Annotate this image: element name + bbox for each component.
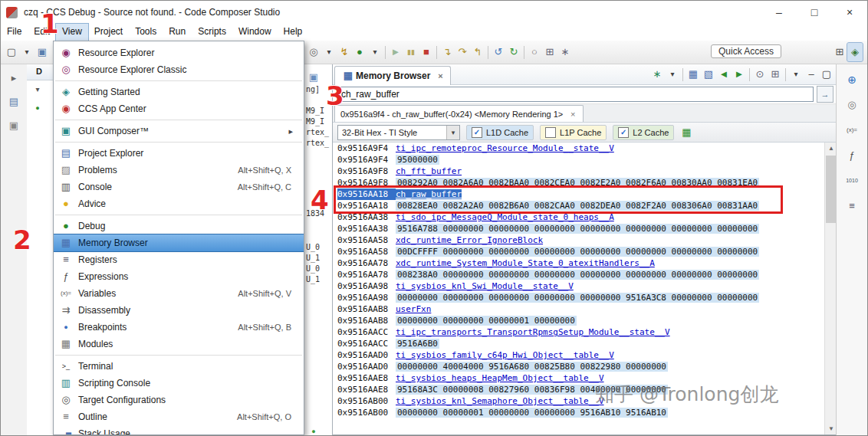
project-panel-icon[interactable]: ▤: [6, 93, 21, 111]
memory-row[interactable]: 0x9516AA1800828EA0 0082A2A0 0082B6A0 008…: [333, 200, 825, 211]
step-into-icon[interactable]: ↴: [439, 43, 455, 61]
menubar-scripts[interactable]: Scripts: [192, 24, 232, 41]
windows-icon[interactable]: ⊞: [542, 43, 557, 61]
memory-row[interactable]: 0x9516A9F8008292A0 0082A6A0 0082BAA0 008…: [333, 177, 825, 188]
menu-item-outline[interactable]: ≡OutlineAlt+Shift+Q, O: [54, 408, 304, 425]
view-menu-icon[interactable]: ▾: [788, 65, 804, 84]
memory-row[interactable]: 0x9516AACC9516A6B0: [333, 338, 825, 349]
menu-item-modules[interactable]: ▦Modules: [54, 336, 304, 352]
memory-symbol-label[interactable]: ti_sysbios_heaps_HeapMem_Object__table__…: [396, 373, 604, 383]
menubar-view[interactable]: View: [56, 24, 88, 41]
memory-symbol-label[interactable]: ti_sysbios_knl_Swi_Module__state__V: [396, 281, 574, 291]
memory-row[interactable]: 0x9516AA78008238A0 00000000 00000000 000…: [333, 269, 825, 280]
restore-panel-icon[interactable]: ▸: [6, 69, 21, 87]
dropdown-icon[interactable]: ▾: [665, 65, 680, 84]
menu-item-stack-usage[interactable]: ▂▅Stack Usage: [54, 425, 304, 435]
memory-1010-icon[interactable]: 1010: [844, 172, 860, 190]
memory-row[interactable]: 0x9516AA58xdc_runtime_Error_IgnoreBlock: [333, 234, 825, 246]
memory-row[interactable]: 0x9516AA98ti_sysbios_knl_Swi_Module__sta…: [333, 280, 825, 292]
rendering-tab[interactable]: 0x9516a9f4 - ch_raw_buffer(-0x24) <Memor…: [334, 105, 584, 122]
memory-row[interactable]: 0x9516A9F495000000: [333, 154, 825, 166]
probe-icon[interactable]: ◎: [844, 96, 860, 114]
format-select[interactable]: 32-Bit Hex - TI Style ▾: [337, 125, 460, 140]
maximize-icon[interactable]: ▢: [819, 65, 834, 84]
debug-context-icon[interactable]: ●: [30, 99, 45, 117]
menu-item-target-configurations[interactable]: ◎Target Configurations: [54, 392, 304, 408]
cache-toggle-l2[interactable]: ✓L2 Cache: [613, 125, 674, 140]
memory-row[interactable]: 0x9516AAD000000000 40004000 9516A680 008…: [333, 361, 825, 372]
menu-item-disassembly[interactable]: ⇉Disassembly: [54, 302, 304, 319]
menu-item-project-explorer[interactable]: ▤Project Explorer: [54, 145, 304, 162]
cache-toggle-l1d[interactable]: ✓L1D Cache: [466, 125, 534, 140]
dropdown-icon[interactable]: ▾: [19, 43, 35, 61]
menubar-window[interactable]: Window: [232, 24, 278, 41]
close-button[interactable]: ×: [832, 1, 867, 24]
memory-row[interactable]: 0x9516AAB8userFxn: [333, 303, 825, 315]
memory-row[interactable]: 0x9516A9F8ch_fft_buffer: [333, 166, 825, 177]
memory-symbol-label[interactable]: ch_fft_buffer: [396, 166, 462, 176]
menu-item-debug[interactable]: ●Debug: [54, 218, 304, 234]
memory-symbol-label[interactable]: ti_sysbios_knl_Semaphore_Object__table__…: [396, 396, 604, 406]
menu-item-scripting-console[interactable]: ▥Scripting Console: [54, 375, 304, 392]
menu-item-breakpoints[interactable]: ●BreakpointsAlt+Shift+Q, B: [54, 319, 304, 336]
memory-row[interactable]: 0x9516AA389516A788 00000000 00000000 000…: [333, 223, 825, 234]
menu-item-terminal[interactable]: >_Terminal: [54, 358, 304, 375]
memory-symbol-label[interactable]: ti_ipc_remoteproc_Resource_Module__state…: [396, 143, 614, 153]
menu-item-resource-explorer[interactable]: ◉Resource Explorer: [54, 44, 304, 61]
suspend-icon[interactable]: ▮▮: [403, 43, 419, 61]
dropdown-icon[interactable]: ▾: [321, 43, 337, 61]
go-button[interactable]: →: [817, 86, 833, 103]
memory-symbol-label[interactable]: ch_raw_buffer: [396, 189, 462, 199]
menu-item-variables[interactable]: (x)=VariablesAlt+Shift+Q, V: [54, 285, 304, 302]
registers-icon[interactable]: ≡: [844, 197, 860, 215]
maximize-button[interactable]: □: [797, 1, 832, 24]
menu-item-getting-started[interactable]: ◈Getting Started: [54, 84, 304, 100]
close-view-icon[interactable]: ×: [436, 71, 445, 80]
memory-symbol-label[interactable]: userFxn: [396, 304, 431, 314]
memory-row[interactable]: 0x9516AA18ch_raw_buffer: [333, 188, 825, 200]
close-rendering-icon[interactable]: ×: [568, 110, 577, 119]
memory-symbol-label[interactable]: ti_sysbios_family_c64p_Hwi_Object__table…: [396, 350, 614, 360]
flash-icon[interactable]: ↯: [337, 43, 352, 61]
step-return-icon[interactable]: ↰: [470, 43, 485, 61]
memory-symbol-label[interactable]: xdc_runtime_System_Module_State_0_atexit…: [396, 258, 655, 268]
expand-arrow-icon[interactable]: ▾: [30, 80, 45, 99]
menu-item-ccs-app-center[interactable]: ◉CCS App Center: [54, 100, 304, 117]
memory-row[interactable]: 0x9516AAD0ti_sysbios_family_c64p_Hwi_Obj…: [333, 349, 825, 361]
save-memory-icon[interactable]: ▦: [686, 65, 701, 84]
debug-view-tab[interactable]: D: [27, 64, 53, 80]
perspective-grid-icon[interactable]: ⊞: [832, 43, 847, 61]
cache-config-icon[interactable]: ▦: [679, 123, 694, 142]
memory-symbol-label[interactable]: ti_sdo_ipc_MessageQ_Module_state_0_heaps…: [396, 212, 614, 222]
restart-icon[interactable]: ↺: [491, 43, 506, 61]
load-memory-icon[interactable]: ▧: [701, 65, 716, 84]
step-over-icon[interactable]: ↷: [455, 43, 470, 61]
ccs-debug-perspective-icon[interactable]: ◈: [847, 43, 863, 61]
menubar-file[interactable]: File: [1, 24, 28, 41]
gear-icon[interactable]: ∗: [649, 65, 665, 84]
new-icon[interactable]: ▢: [4, 43, 19, 61]
save-icon[interactable]: ▣: [35, 43, 50, 61]
menubar-tools[interactable]: Tools: [129, 24, 163, 41]
menu-item-resource-explorer-classic[interactable]: ◎Resource Explorer Classic: [54, 61, 304, 78]
menu-item-gui-composer[interactable]: ▣GUI Composer™▸: [54, 123, 304, 139]
address-input[interactable]: [337, 87, 814, 102]
quick-access-button[interactable]: Quick Access: [711, 44, 781, 58]
menu-item-registers[interactable]: ≡Registers: [54, 251, 304, 268]
forward-icon[interactable]: ►: [732, 65, 747, 84]
pin-icon[interactable]: ⊙: [752, 65, 768, 84]
menubar-help[interactable]: Help: [278, 24, 309, 41]
terminate-icon[interactable]: ■: [419, 43, 434, 61]
memory-symbol-label[interactable]: ti_ipc_transports_TransportRpmsgSetup_Mo…: [396, 327, 670, 337]
debug-icon[interactable]: ●: [352, 43, 367, 61]
settings-icon[interactable]: ∗: [557, 43, 573, 61]
menubar-run[interactable]: Run: [163, 24, 192, 41]
dropdown-icon[interactable]: ▾: [367, 43, 383, 61]
menubar-project[interactable]: Project: [88, 24, 129, 41]
menu-item-expressions[interactable]: ƒExpressions: [54, 268, 304, 285]
minimize-button[interactable]: –: [761, 1, 797, 24]
back-icon[interactable]: ◄: [716, 65, 732, 84]
refresh-icon[interactable]: ↻: [506, 43, 521, 61]
memory-row[interactable]: 0x9516AB0000000000 00000001 00000000 000…: [333, 407, 825, 418]
menu-item-advice[interactable]: ●Advice: [54, 195, 304, 212]
